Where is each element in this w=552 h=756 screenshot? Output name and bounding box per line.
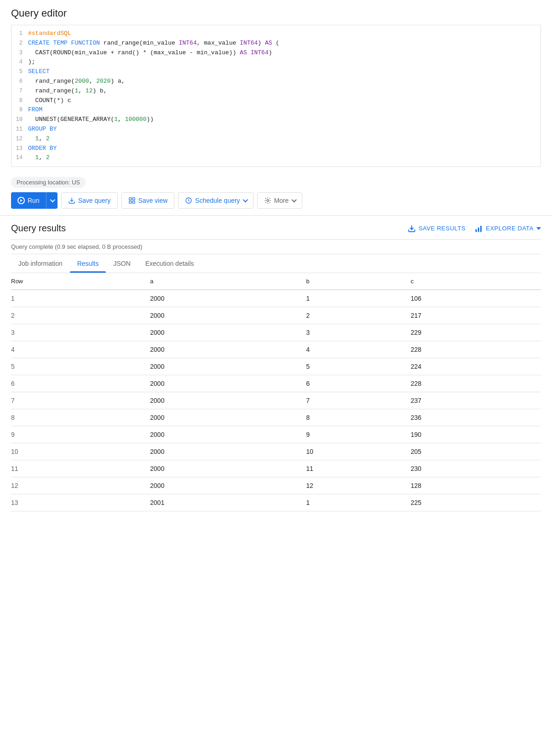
cell-col-c: 228 (411, 341, 541, 358)
cell-col-c: 237 (411, 392, 541, 409)
cell-col-b: 1 (306, 494, 411, 511)
save-view-label: Save view (138, 197, 168, 204)
explore-data-label: EXPLORE DATA (486, 225, 534, 232)
code-line-8: 8 COUNT(*) c (12, 96, 540, 106)
cell-col-b: 7 (306, 392, 411, 409)
cell-col-a: 2000 (150, 324, 306, 341)
cell-col-c: 217 (411, 307, 541, 324)
col-header-c: c (411, 273, 541, 290)
cell-col-b: 9 (306, 426, 411, 443)
save-query-button[interactable]: Save query (61, 192, 118, 209)
cell-col-c: 224 (411, 358, 541, 375)
svg-rect-4 (132, 201, 135, 203)
download-icon (408, 224, 416, 233)
results-title: Query results (11, 223, 66, 234)
table-row: 820008236 (11, 409, 541, 426)
explore-chevron-icon (536, 227, 541, 230)
results-header: Query results SAVE RESULTS (11, 223, 541, 234)
run-button-main[interactable]: Run (11, 192, 46, 209)
code-line-2: 2 CREATE TEMP FUNCTION rand_range(min_va… (12, 39, 540, 48)
svg-rect-2 (129, 198, 132, 200)
svg-rect-10 (478, 227, 479, 232)
run-label: Run (28, 197, 40, 204)
code-line-10: 10 UNNEST(GENERATE_ARRAY(1, 100000)) (12, 115, 540, 125)
tab-job-information[interactable]: Job information (11, 254, 70, 273)
cell-col-a: 2000 (150, 341, 306, 358)
toolbar: Processing location: US Run (11, 172, 541, 215)
col-header-row: Row (11, 273, 150, 290)
schedule-query-label: Schedule query (195, 197, 240, 204)
table-row: 520005224 (11, 358, 541, 375)
svg-rect-5 (129, 201, 132, 203)
table-row: 10200010205 (11, 443, 541, 460)
cell-col-b: 2 (306, 307, 411, 324)
schedule-query-button[interactable]: Schedule query (178, 192, 253, 209)
code-line-1: 1 #standardSQL (12, 29, 540, 39)
save-query-label: Save query (78, 197, 111, 204)
results-tabs: Job information Results JSON Execution d… (11, 254, 541, 273)
cell-col-b: 8 (306, 409, 411, 426)
code-line-4: 4 ); (12, 57, 540, 67)
table-row: 320003229 (11, 324, 541, 341)
code-line-3: 3 CAST(ROUND(min_value + rand() * (max_v… (12, 48, 540, 58)
svg-rect-11 (480, 226, 482, 232)
tab-results[interactable]: Results (70, 254, 106, 273)
save-results-link[interactable]: SAVE RESULTS (408, 224, 466, 233)
cell-col-a: 2000 (150, 290, 306, 307)
code-editor[interactable]: 1 #standardSQL 2 CREATE TEMP FUNCTION ra… (11, 25, 541, 167)
cell-row-num: 13 (11, 494, 150, 511)
table-row: 120001106 (11, 290, 541, 307)
cell-col-c: 205 (411, 443, 541, 460)
cell-col-a: 2000 (150, 307, 306, 324)
table-row: 12200012128 (11, 477, 541, 494)
save-results-label: SAVE RESULTS (419, 225, 466, 232)
page-title: Query editor (11, 7, 541, 19)
cell-row-num: 2 (11, 307, 150, 324)
cell-col-c: 128 (411, 477, 541, 494)
query-status: Query complete (0.9 sec elapsed, 0 B pro… (11, 239, 541, 254)
cell-row-num: 6 (11, 375, 150, 392)
svg-rect-9 (476, 229, 477, 232)
run-dropdown-arrow[interactable] (46, 192, 58, 209)
svg-point-7 (267, 200, 269, 201)
cell-col-a: 2000 (150, 460, 306, 477)
schedule-chevron-icon (242, 197, 247, 202)
processing-location-badge: Processing location: US (11, 177, 541, 188)
cell-col-c: 236 (411, 409, 541, 426)
code-line-12: 12 1, 2 (12, 134, 540, 144)
page-wrapper: Query editor 1 #standardSQL 2 CREATE TEM… (0, 0, 552, 756)
run-button[interactable]: Run (11, 192, 58, 209)
code-line-14: 14 1, 2 (12, 153, 540, 163)
more-button[interactable]: More (257, 192, 302, 209)
cell-col-b: 4 (306, 341, 411, 358)
save-view-button[interactable]: Save view (121, 192, 175, 209)
tab-json[interactable]: JSON (106, 254, 138, 273)
table-row: 720007237 (11, 392, 541, 409)
cell-col-a: 2000 (150, 358, 306, 375)
col-header-a: a (150, 273, 306, 290)
grid-icon (128, 197, 136, 204)
code-line-13: 13 ORDER BY (12, 144, 540, 154)
cell-col-a: 2000 (150, 426, 306, 443)
cell-col-b: 5 (306, 358, 411, 375)
code-line-5: 5 SELECT (12, 67, 540, 77)
more-label: More (274, 197, 289, 204)
cell-col-b: 1 (306, 290, 411, 307)
code-line-6: 6 rand_range(2000, 2020) a, (12, 77, 540, 86)
cell-col-a: 2000 (150, 409, 306, 426)
cell-col-b: 11 (306, 460, 411, 477)
clock-icon (185, 197, 192, 204)
cell-col-c: 228 (411, 375, 541, 392)
cell-col-b: 6 (306, 375, 411, 392)
tab-execution-details[interactable]: Execution details (138, 254, 201, 273)
cell-col-c: 190 (411, 426, 541, 443)
cell-row-num: 5 (11, 358, 150, 375)
toolbar-buttons: Run Save query (11, 192, 541, 209)
code-line-7: 7 rand_range(1, 12) b, (12, 86, 540, 96)
svg-rect-3 (132, 198, 135, 200)
cell-col-c: 230 (411, 460, 541, 477)
chevron-down-icon (50, 197, 55, 202)
explore-data-link[interactable]: EXPLORE DATA (475, 224, 541, 233)
table-row: 620006228 (11, 375, 541, 392)
save-icon (68, 197, 75, 204)
